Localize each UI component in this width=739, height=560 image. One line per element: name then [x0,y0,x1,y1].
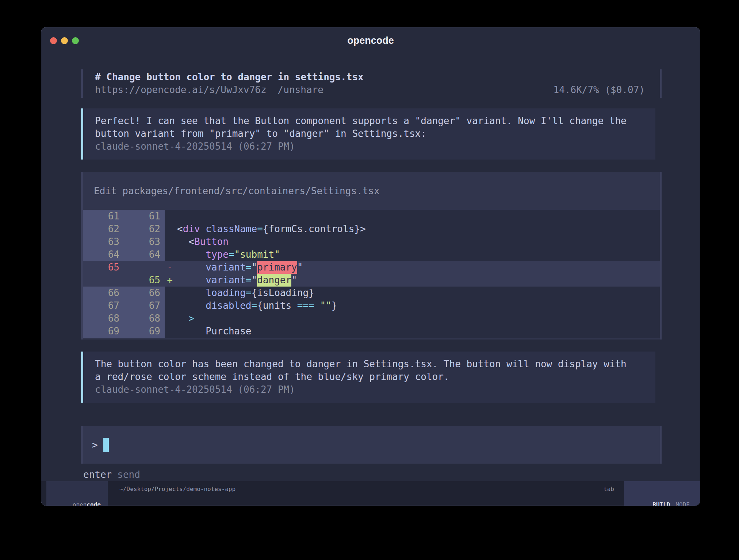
code-token: Purchase [177,326,252,337]
new-line-number: 69 [124,325,165,338]
message-line: Perfect! I can see that the Button compo… [95,115,641,127]
app-window: opencode # Change button color to danger… [41,27,700,506]
diff-row: 6363 <Button [83,235,660,248]
code-token: } [332,300,337,311]
diff-row: 6969 Purchase [83,325,660,338]
diff-view: 61616262<div className={formCs.controls}… [83,210,660,338]
edit-tool-card: Edit packages/frontend/src/containers/Se… [81,172,662,340]
message-model-timestamp: claude-sonnet-4-20250514 (06:27 PM) [95,383,641,396]
diff-row: 6464 type="submit" [83,248,660,261]
diff-row: 65+ variant="danger" [83,274,660,287]
old-line-number: 68 [83,312,124,325]
share-url-link[interactable]: https://opencode.ai/s/UwJxv76z [95,84,267,96]
message-line: button variant from "primary" to "danger… [95,127,641,140]
window-title: opencode [347,35,394,46]
working-directory: ~/Desktop/Projects/demo-notes-app [119,481,236,506]
diff-marker [165,210,175,223]
prompt-input[interactable]: > [81,426,662,464]
code-line [175,210,660,223]
status-bar: opencode v0.3.11 ~/Desktop/Projects/demo… [41,481,700,506]
diff-marker [165,299,175,312]
old-line-number: 64 [83,248,124,261]
new-line-number: 63 [124,235,165,248]
diff-marker: + [165,274,175,287]
diff-row: 6666 loading={isLoading} [83,287,660,299]
code-token: type [206,249,229,260]
code-line: Purchase [175,325,660,338]
old-line-number: 69 [83,325,124,338]
code-token [177,313,188,324]
code-token: > [188,313,194,324]
minimize-button[interactable] [61,37,68,44]
new-line-number: 64 [124,248,165,261]
code-token: = [246,287,252,298]
old-line-number [83,274,124,287]
token-usage: 14.6K/7% ($0.07) [554,84,645,96]
diff-row: 6767 disabled={units === ""} [83,299,660,312]
code-token [177,287,206,298]
code-token: < [177,223,183,234]
code-token [177,275,206,285]
new-line-number: 62 [124,223,165,235]
status-bar-right: tab BUILDMODE [604,481,700,506]
code-token: > [360,223,366,234]
mode-label: MODE [675,501,690,506]
session-header: # Change button color to danger in setti… [81,69,662,98]
code-token: < [177,236,194,247]
zoom-button[interactable] [72,37,79,44]
old-line-number: 65 [83,261,124,274]
new-line-number: 61 [124,210,165,223]
code-token: primary [257,261,297,274]
code-token: = [252,300,257,311]
traffic-lights [50,27,79,54]
app-version-chip: opencode v0.3.11 [46,481,108,506]
code-token: {units [257,300,297,311]
code-token: "" [320,300,331,311]
code-token: className [206,223,257,234]
diff-marker: - [165,261,175,274]
code-token: " [297,262,303,273]
diff-row: 6161 [83,210,660,223]
message-line: a red/rose color scheme instead of the b… [95,371,641,383]
code-line: > [175,312,660,325]
app-name-code: code [87,501,101,506]
edit-file-path: Edit packages/frontend/src/containers/Se… [83,172,660,210]
diff-marker [165,223,175,235]
session-title: # Change button color to danger in setti… [95,71,364,84]
code-token: variant [206,275,246,285]
send-action-label: send [117,468,140,481]
code-line: <div className={formCs.controls}> [175,223,660,235]
code-token: === [297,300,314,311]
old-line-number: 66 [83,287,124,299]
message-line: The button color has been changed to dan… [95,358,641,371]
mode-chip: BUILDMODE [624,481,700,506]
message-text: Perfect! I can see that the Button compo… [95,115,641,140]
code-token: {isLoading} [252,287,314,298]
code-line: <Button [175,235,660,248]
code-line: variant="danger" [175,274,660,287]
code-token [177,262,206,273]
new-line-number: 67 [124,299,165,312]
new-line-number [124,261,165,274]
diff-marker [165,248,175,261]
old-line-number: 63 [83,235,124,248]
code-line: loading={isLoading} [175,287,660,299]
diff-marker [165,312,175,325]
code-token: = [246,262,252,273]
tab-key-hint: tab [604,481,614,506]
diff-row: 6868 > [83,312,660,325]
main-content: # Change button color to danger in setti… [41,54,700,481]
code-token: {formCs.controls} [263,223,360,234]
message-text: The button color has been changed to dan… [95,358,641,383]
code-line: disabled={units === ""} [175,299,660,312]
model-indicator: Anthropic Claude Sonnet 4 [518,468,655,481]
unshare-command[interactable]: /unshare [278,84,323,96]
close-button[interactable] [50,37,57,44]
help-row: enter send Anthropic Claude Sonnet 4 [81,468,662,481]
new-line-number: 66 [124,287,165,299]
code-token [177,300,206,311]
app-name-open: open [73,501,87,506]
code-token [200,223,206,234]
message-model-timestamp: claude-sonnet-4-20250514 (06:27 PM) [95,140,641,153]
diff-row: 65- variant="primary" [83,261,660,274]
